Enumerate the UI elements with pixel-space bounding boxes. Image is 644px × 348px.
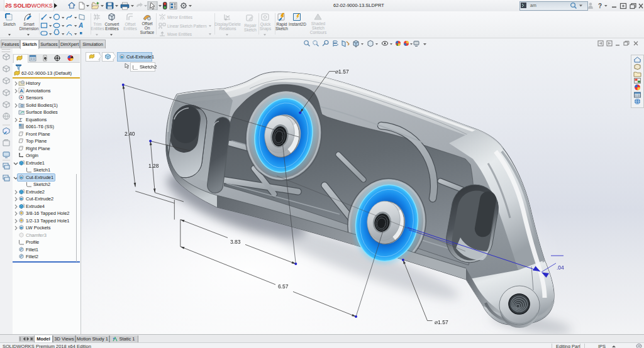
svg-text:⌀1.57: ⌀1.57	[335, 68, 349, 75]
svg-text:6.57: 6.57	[278, 283, 289, 290]
svg-text:⌀1.57: ⌀1.57	[435, 319, 448, 325]
svg-text:2.40: 2.40	[125, 131, 135, 137]
svg-text:1.28: 1.28	[148, 163, 159, 169]
svg-text:3.83: 3.83	[230, 239, 241, 245]
svg-text:.04: .04	[557, 264, 564, 271]
svg-text:?: ?	[598, 3, 602, 9]
svg-text:A: A	[78, 22, 83, 29]
